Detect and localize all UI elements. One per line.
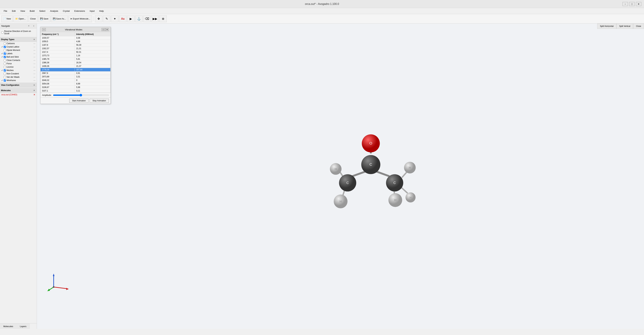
export-button[interactable]: ➤ Export Molecule... [68, 16, 92, 22]
dialog-title: Vibrational Modes [46, 28, 102, 31]
menu-view[interactable]: View [18, 8, 27, 14]
close-button[interactable]: Close [28, 16, 38, 22]
menu-file[interactable]: File [1, 8, 10, 14]
display-type-options-7[interactable]: ··· [33, 66, 36, 68]
display-type-checkbox-9[interactable] [4, 73, 6, 75]
minimize-button[interactable]: − [622, 2, 628, 6]
view-config-close-btn[interactable]: ✕ [32, 83, 36, 87]
display-type-options-0[interactable]: ··· [33, 42, 36, 45]
animation-tool-button[interactable]: ▶▶ [151, 16, 159, 22]
frequency-row[interactable]: 1778,39 157,44 [40, 68, 110, 72]
start-animation-button[interactable]: Start Animation [69, 99, 88, 103]
view-close-button[interactable]: Close [633, 24, 644, 29]
menu-input[interactable]: Input [88, 8, 97, 14]
align-tool-button[interactable]: ⊕ [159, 16, 167, 22]
frequency-row[interactable]: 1030,57 0,08 [40, 36, 110, 40]
menu-extensions[interactable]: Extensions [72, 8, 88, 14]
bond-tool-button[interactable]: ⚓ [135, 16, 142, 22]
frequency-row[interactable]: 1373,73 1,16 [40, 54, 110, 57]
intensity-column-header: Intensity (KM/mol) [75, 32, 110, 36]
display-type-checkbox-3[interactable] [4, 53, 6, 55]
save-as-button[interactable]: 💾 Save As... [51, 16, 68, 22]
tab-layers[interactable]: Layers [16, 323, 30, 329]
menu-analysis[interactable]: Analysis [48, 8, 60, 14]
display-type-checkbox-11[interactable] [4, 79, 6, 82]
menu-edit[interactable]: Edit [10, 8, 18, 14]
tab-molecules[interactable]: Molecules [0, 323, 16, 329]
frequency-table-wrapper[interactable]: Frequency (cm⁻¹) Intensity (KM/mol) 843,… [40, 32, 110, 93]
menu-help[interactable]: Help [97, 8, 106, 14]
display-type-checkbox-7[interactable] [4, 66, 6, 68]
open-button[interactable]: 📁 Open... [14, 16, 28, 22]
split-vertical-button[interactable]: Split Vertical [616, 24, 633, 29]
navigate-title: Navigate [1, 25, 26, 27]
display-type-options-11[interactable]: ··· [33, 79, 36, 82]
navigate-add-btn[interactable]: + [32, 24, 36, 28]
menu-build[interactable]: Build [27, 8, 37, 14]
frequency-row[interactable]: 1187,8 56,39 [40, 43, 110, 47]
split-horizontal-button[interactable]: Split Horizontal [597, 24, 616, 29]
frequency-row[interactable]: 2973,89 3,31 [40, 75, 110, 79]
frequency-row[interactable]: 2967,9 0,91 [40, 72, 110, 75]
display-type-checkbox-4[interactable] [4, 56, 6, 58]
label-tool-button[interactable]: Aa [119, 16, 126, 22]
new-icon: 📄 [3, 18, 6, 20]
display-type-options-1[interactable]: ··· [33, 46, 36, 48]
dialog-minimize-btn[interactable]: − [42, 28, 46, 31]
maximize-button[interactable]: □ [629, 2, 634, 6]
dialog-maximize-btn[interactable]: □ [102, 28, 105, 31]
measure-tool-button[interactable]: ⌫ [143, 16, 150, 22]
display-type-checkbox-6[interactable] [4, 63, 6, 65]
amplitude-slider[interactable] [53, 94, 109, 97]
molecules-title: Molecules [1, 89, 32, 92]
stop-animation-button[interactable]: Stop Animation [90, 99, 109, 103]
navigate-close-btn[interactable]: ✕ [27, 24, 30, 28]
display-type-checkbox-5[interactable] [4, 59, 6, 62]
select-tool-button[interactable]: ▶ [127, 16, 134, 22]
new-button[interactable]: 📄 New [1, 16, 13, 22]
frequency-row[interactable]: 1302,57 21,31 [40, 47, 110, 50]
frequency-row[interactable]: 3107,1 3,11 [40, 89, 110, 93]
frequency-row[interactable]: 3054,06 8,99 [40, 82, 110, 86]
frequency-cell-7: 1385,79 [40, 57, 75, 61]
frequency-cell-14: 3054,06 [40, 82, 75, 86]
draw-tool-button[interactable]: ✎ [103, 16, 110, 22]
display-type-checkbox-10[interactable] [4, 76, 6, 78]
display-type-options-3[interactable]: ··· [33, 52, 36, 55]
display-type-options-9[interactable]: ··· [33, 72, 36, 75]
molecules-close-btn[interactable]: ✕ [32, 89, 36, 92]
frequency-row[interactable]: 1408,36 21,37 [40, 65, 110, 68]
display-type-options-6[interactable]: ··· [33, 62, 36, 65]
display-type-checkbox-0[interactable] [4, 43, 6, 45]
dialog-close-btn[interactable]: ✕ [105, 28, 109, 31]
display-type-label-3: Labels [6, 52, 12, 55]
frequency-row[interactable]: 1385,79 5,81 [40, 57, 110, 61]
close-window-button[interactable]: ✕ [636, 2, 641, 6]
frequency-row[interactable]: 1059,5 4,68 [40, 40, 110, 43]
display-type-options-10[interactable]: ··· [33, 76, 36, 78]
frequency-row[interactable]: 1386,36 16,54 [40, 61, 110, 65]
display-type-checkbox-8[interactable] [4, 69, 6, 72]
frequency-table: Frequency (cm⁻¹) Intensity (KM/mol) 843,… [40, 32, 110, 93]
save-button[interactable]: 💾 Save [38, 16, 50, 22]
display-type-checkbox-1[interactable] [4, 46, 6, 48]
navigate-tool-button[interactable]: ✥ [95, 16, 102, 22]
display-type-options-2[interactable]: ··· [33, 49, 36, 52]
display-type-options-4[interactable]: ··· [33, 56, 36, 58]
menu-select[interactable]: Select [37, 8, 48, 14]
molecule-delete-btn-0[interactable]: ✕ [33, 93, 36, 96]
display-types-close-btn[interactable]: ✕ [32, 38, 36, 41]
atom-tool-button[interactable]: ✦ [111, 16, 118, 22]
reverse-zoom-checkbox[interactable] [1, 31, 4, 34]
menu-crystal[interactable]: Crystal [60, 8, 72, 14]
display-type-options-5[interactable]: ··· [33, 59, 36, 62]
frequency-row[interactable]: 3048,32 0 [40, 79, 110, 82]
frequency-table-body: 843,41 6,92 1030,57 0,08 1059,5 4,68 118… [40, 33, 110, 93]
display-type-checkbox-2[interactable] [4, 49, 6, 51]
display-type-row: Dipole Moment ··· [0, 49, 37, 52]
svg-point-32 [53, 286, 54, 288]
frequency-row[interactable]: 3106,67 5,98 [40, 86, 110, 89]
molecule-view[interactable]: O C C C H H H [37, 24, 644, 329]
frequency-row[interactable]: 1317,4 92,31 [40, 50, 110, 54]
display-type-options-8[interactable]: ··· [33, 69, 36, 72]
